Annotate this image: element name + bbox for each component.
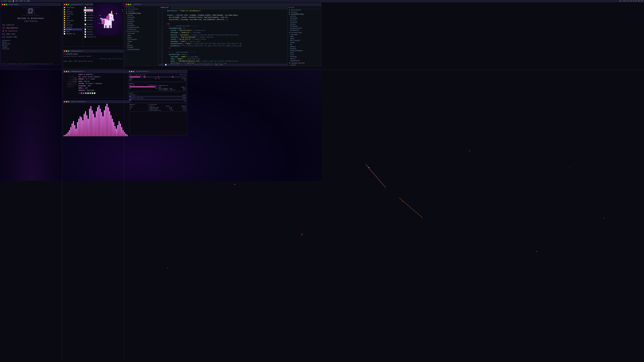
sysmon-disks-col: Disks /dev/dm-0 / 564GB /dev/dm-0 /nix/s… — [129, 92, 186, 102]
et-r-nixpkgspatched[interactable]: ▼ nixpkgs-patched — [288, 62, 321, 64]
min-btn[interactable] — [4, 4, 5, 5]
et-r-systemsettings[interactable]: ▼ systemSettings — [288, 13, 321, 15]
et-r-fontpkg[interactable]: fontPkg — [288, 56, 321, 58]
qute-menu-newtab[interactable]: [t] [New tab] — [2, 33, 60, 36]
sysmon-close-btn[interactable] — [129, 71, 130, 72]
fm-tree-personal[interactable]: 📁 personal — [64, 19, 82, 22]
fm-tree-lab[interactable]: 📁 lab — [64, 17, 82, 19]
et-r-term[interactable]: term — [288, 52, 321, 54]
et-r-grub[interactable]: grubDevice — [288, 29, 321, 31]
et-bootmode[interactable]: bootMode — [125, 24, 158, 26]
et-usersettings[interactable]: ▼ userSettings — [125, 30, 158, 32]
editor-tab-flakenix[interactable]: flake.nix — [158, 6, 171, 9]
et-r-outputs[interactable]: ▶ outputs — [288, 11, 321, 13]
fm-tree-readme[interactable]: 📄 README.org — [64, 33, 82, 35]
et-r-usersettings[interactable]: ▼ userSettings — [288, 32, 321, 34]
et-r-name[interactable]: name — [288, 36, 321, 38]
et-browser[interactable]: browser — [125, 46, 158, 49]
fm-tree-home[interactable]: 📁 home — [64, 15, 82, 17]
et-hostname[interactable]: hostname — [125, 16, 158, 18]
et-r-np-system[interactable]: system — [288, 64, 321, 66]
fm-tree-dotfiles[interactable]: 📁 .dotfiles — [64, 6, 82, 9]
visualizer-bar-40 — [117, 125, 118, 136]
et-wm[interactable]: wm — [125, 42, 158, 44]
et-r-bootmount[interactable]: bootMountPath — [288, 27, 321, 29]
close-btn[interactable] — [2, 4, 3, 5]
et-profile[interactable]: profile — [125, 18, 158, 20]
et-r-profile[interactable]: profile — [288, 19, 321, 21]
qute-menu-quickmarks[interactable]: [b] [Quickmarks] — [2, 27, 60, 30]
et-system[interactable]: system — [125, 14, 158, 16]
et-grub[interactable]: grubDevice — [125, 28, 158, 30]
fm-tree-worklab[interactable]: 📁 worklab — [64, 24, 82, 26]
et-r-defaultroam[interactable]: defaultRoamDir — [288, 50, 321, 52]
et-r-system[interactable]: system — [288, 15, 321, 17]
et-r-email[interactable]: email — [288, 38, 321, 40]
visualizer-bar-1 — [65, 135, 66, 136]
et-r-wm[interactable]: wm — [288, 44, 321, 46]
fm-tree-themes[interactable]: 📁 themes — [64, 28, 82, 30]
qute-menu-search[interactable]: [o] [Search] — [2, 24, 60, 27]
et-r-description[interactable]: ▶ description — [288, 9, 321, 11]
et-timezone[interactable]: timezone — [125, 20, 158, 22]
fm-tree-system[interactable]: 📁 system — [64, 26, 82, 28]
et-outputs[interactable]: ▶ outputs — [125, 10, 158, 12]
et-bootmount[interactable]: bootMountPath — [125, 26, 158, 28]
fm-tree-patches[interactable]: 📁 patches — [64, 11, 82, 13]
et-wmtype[interactable]: wmType — [125, 44, 158, 46]
et-systemsettings[interactable]: ▼ systemSettings — [125, 12, 158, 14]
term-min-btn[interactable] — [66, 50, 67, 52]
fm-min-btn[interactable] — [66, 4, 67, 5]
et-r-username[interactable]: username — [288, 34, 321, 36]
et-username[interactable]: username — [125, 32, 158, 34]
et-dotfilesdir[interactable]: dotfilesDir — [125, 38, 158, 40]
et-r-wmtype[interactable]: wmType — [288, 46, 321, 48]
vis-min-btn[interactable] — [66, 101, 67, 102]
sysmon-cpu-usage: CPU line — [180, 74, 186, 76]
neo-max-btn[interactable] — [68, 71, 69, 72]
vis-close-btn[interactable] — [64, 101, 65, 102]
neo-min-btn[interactable] — [66, 71, 67, 72]
et-defaultroam[interactable]: defaultRoamDir — [125, 49, 158, 51]
fm-tree-profiles[interactable]: 📁 profiles — [64, 13, 82, 15]
battery-label: 100% 🔋 — [8, 0, 14, 2]
vis-max-btn[interactable] — [68, 101, 69, 102]
editor-max-btn[interactable] — [130, 4, 131, 5]
neo-close-btn[interactable] — [64, 71, 65, 72]
qute-menu-history[interactable]: [$ h] [History] — [2, 30, 60, 33]
editor-min-btn[interactable] — [128, 4, 129, 5]
et-theme[interactable]: theme — [125, 40, 158, 42]
et-r-font[interactable]: font — [288, 54, 321, 56]
term-max-btn[interactable] — [68, 50, 69, 52]
term-close-btn[interactable] — [64, 50, 65, 52]
et-r-bootmode[interactable]: bootMode — [288, 25, 321, 27]
et-r-editor[interactable]: editor — [288, 58, 321, 60]
et-name[interactable]: name — [125, 34, 158, 36]
profile-label: Tech — [3, 0, 7, 2]
sysmon-max-btn[interactable] — [133, 71, 134, 72]
et-r-hostname[interactable]: hostname — [288, 17, 321, 19]
et-description[interactable]: ▶ description — [125, 8, 158, 10]
editor-section-dotfiles: description — [125, 6, 158, 8]
fm-tree-user[interactable]: 📁 user — [64, 30, 82, 33]
et-r-timezone[interactable]: timezone — [288, 21, 321, 23]
et-r-spawnedit[interactable]: spawnEditor — [288, 60, 321, 62]
et-r-locale[interactable]: locale — [288, 23, 321, 25]
et-email[interactable]: email — [125, 36, 158, 38]
qute-menu-closetab[interactable]: [x] [Close tab] — [2, 36, 60, 39]
fm-file-installsh2[interactable]: 📄 install.sh — [84, 36, 122, 38]
et-locale[interactable]: locale — [125, 22, 158, 24]
fm-tree-git[interactable]: 📁 .git — [64, 9, 82, 11]
et-r-theme[interactable]: theme — [288, 42, 321, 44]
fm-tree-work[interactable]: 📁 work — [64, 22, 82, 24]
vertical-divider-left — [62, 2, 62, 181]
sysmon-min-btn[interactable] — [131, 71, 132, 72]
sysmon-window: System Monitor CPU - 1.53 1.14 0.78 CPU … — [128, 70, 187, 135]
fm-close-btn[interactable] — [64, 4, 65, 5]
editor-close-btn[interactable] — [126, 4, 127, 5]
sysmon-temps-col: Temperatures Name Temp(°) card0 (amdgpu)… — [158, 85, 186, 90]
fm-max-btn[interactable] — [68, 4, 69, 5]
et-r-dotfilesdir[interactable]: dotfilesDir — [288, 40, 321, 42]
et-r-browser[interactable]: browser — [288, 48, 321, 50]
max-btn[interactable] — [6, 4, 7, 5]
